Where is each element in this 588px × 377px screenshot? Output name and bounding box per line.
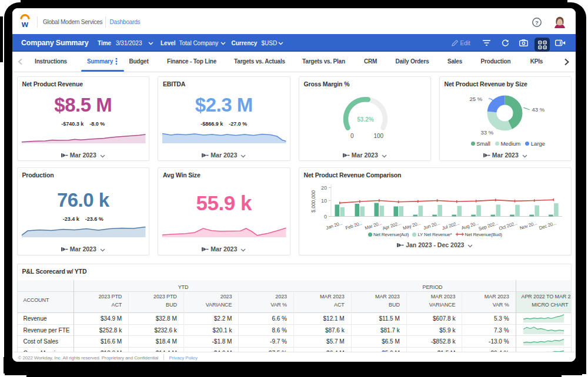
svg-text:w: w xyxy=(21,19,29,28)
svg-text:0: 0 xyxy=(323,213,326,219)
svg-text:Jan 20...: Jan 20... xyxy=(325,220,343,230)
svg-text:$,000,000: $,000,000 xyxy=(310,190,316,212)
svg-text:Dec 20...: Dec 20... xyxy=(538,220,557,231)
svg-text:Aug 20...: Aug 20... xyxy=(460,220,479,231)
svg-text:?: ? xyxy=(535,19,539,25)
svg-text:Nov 20...: Nov 20... xyxy=(519,220,537,231)
svg-text:Jul 202...: Jul 202... xyxy=(441,220,460,231)
svg-text:Apr 202...: Apr 202... xyxy=(382,220,402,231)
svg-text:May 20...: May 20... xyxy=(402,220,421,231)
svg-text:Jun 20...: Jun 20... xyxy=(422,220,440,230)
svg-text:Mar 20...: Mar 20... xyxy=(364,220,382,231)
svg-text:10: 10 xyxy=(320,197,326,203)
svg-text:Feb 20...: Feb 20... xyxy=(345,220,363,231)
svg-text:Sep 202...: Sep 202... xyxy=(477,220,499,231)
svg-text:20: 20 xyxy=(320,184,326,190)
svg-text:Oct 202...: Oct 202... xyxy=(498,220,518,231)
svg-text:53.2%: 53.2% xyxy=(357,116,373,123)
